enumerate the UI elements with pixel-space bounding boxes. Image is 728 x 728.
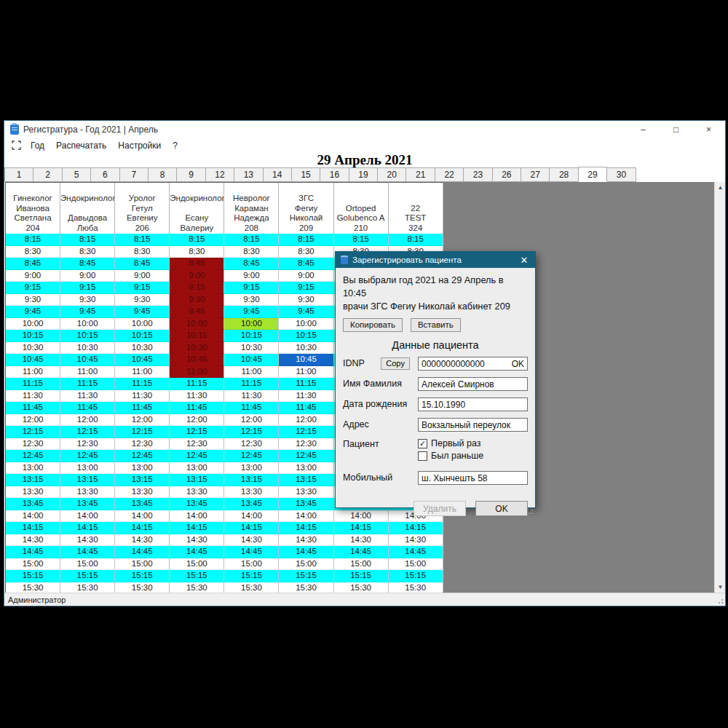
- time-slot-c5-15:30[interactable]: 15:30: [224, 582, 279, 593]
- time-slot-c6-8:30[interactable]: 8:30: [279, 246, 333, 258]
- menu-item-print[interactable]: Распечатать: [50, 139, 112, 152]
- time-slot-c7-14:45[interactable]: 14:45: [334, 546, 389, 558]
- time-slot-c2-10:30[interactable]: 10:30: [60, 342, 115, 355]
- time-slot-c2-13:15[interactable]: 13:15: [60, 474, 115, 486]
- time-slot-c5-10:30[interactable]: 10:30: [224, 342, 279, 355]
- time-slot-c2-13:30[interactable]: 13:30: [60, 486, 115, 499]
- tab-day-26[interactable]: 26: [492, 167, 521, 182]
- time-slot-c4-14:15[interactable]: 14:15: [170, 522, 224, 534]
- time-slot-c2-11:30[interactable]: 11:30: [60, 390, 115, 403]
- time-slot-c1-11:30[interactable]: 11:30: [6, 390, 60, 403]
- time-slot-c1-10:15[interactable]: 10:15: [6, 330, 60, 342]
- time-slot-c2-13:45[interactable]: 13:45: [60, 498, 115, 510]
- time-slot-c8-14:45[interactable]: 14:45: [389, 546, 443, 558]
- tab-day-19[interactable]: 19: [349, 167, 378, 182]
- time-slot-c4-11:30[interactable]: 11:30: [170, 390, 224, 403]
- time-slot-c1-9:45[interactable]: 9:45: [6, 306, 60, 318]
- time-slot-c4-9:15[interactable]: 9:15: [170, 282, 224, 294]
- time-slot-c2-9:45[interactable]: 9:45: [60, 306, 115, 318]
- time-slot-c3-14:45[interactable]: 14:45: [115, 546, 170, 558]
- time-slot-c6-12:45[interactable]: 12:45: [279, 450, 333, 462]
- time-slot-c4-10:00[interactable]: 10:00: [170, 318, 224, 331]
- time-slot-c6-13:15[interactable]: 13:15: [279, 474, 333, 486]
- minimize-button[interactable]: –: [627, 121, 660, 138]
- time-slot-c1-15:00[interactable]: 15:00: [6, 558, 60, 571]
- time-slot-c4-13:45[interactable]: 13:45: [170, 498, 224, 510]
- tab-day-2[interactable]: 2: [33, 167, 62, 182]
- tab-day-16[interactable]: 16: [320, 167, 349, 182]
- time-slot-c1-13:00[interactable]: 13:00: [6, 462, 60, 475]
- time-slot-c6-11:15[interactable]: 11:15: [279, 378, 333, 390]
- time-slot-c5-14:45[interactable]: 14:45: [224, 546, 279, 558]
- time-slot-c4-13:00[interactable]: 13:00: [170, 462, 224, 475]
- time-slot-c5-8:45[interactable]: 8:45: [224, 258, 279, 270]
- time-slot-c5-10:00[interactable]: 10:00: [224, 318, 279, 331]
- time-slot-c3-11:00[interactable]: 11:00: [115, 366, 170, 379]
- address-input[interactable]: Вокзальный переулок: [418, 418, 528, 432]
- time-slot-c4-10:30[interactable]: 10:30: [170, 342, 224, 355]
- time-slot-c5-14:00[interactable]: 14:00: [224, 510, 279, 523]
- time-slot-c1-14:45[interactable]: 14:45: [6, 546, 60, 558]
- time-slot-c4-13:30[interactable]: 13:30: [170, 486, 224, 499]
- name-input[interactable]: Алексей Смирнов: [418, 377, 528, 391]
- time-slot-c5-15:15[interactable]: 15:15: [224, 570, 279, 582]
- maximize-button[interactable]: □: [660, 121, 692, 138]
- time-slot-c5-11:15[interactable]: 11:15: [224, 378, 279, 390]
- time-slot-c3-12:30[interactable]: 12:30: [115, 438, 170, 451]
- time-slot-c8-15:15[interactable]: 15:15: [389, 570, 443, 582]
- time-slot-c1-13:30[interactable]: 13:30: [6, 486, 60, 499]
- time-slot-c3-12:00[interactable]: 12:00: [115, 414, 170, 427]
- time-slot-c3-15:30[interactable]: 15:30: [115, 582, 170, 593]
- time-slot-c6-11:00[interactable]: 11:00: [279, 366, 333, 379]
- time-slot-c2-12:45[interactable]: 12:45: [60, 450, 115, 462]
- menu-item-settings[interactable]: Настройки: [112, 139, 167, 152]
- time-slot-c3-10:45[interactable]: 10:45: [115, 354, 170, 366]
- time-slot-c4-9:45[interactable]: 9:45: [170, 306, 224, 318]
- time-slot-c3-13:00[interactable]: 13:00: [115, 462, 170, 475]
- scroll-down-button[interactable]: ▼: [715, 582, 725, 593]
- time-slot-c1-10:00[interactable]: 10:00: [6, 318, 60, 331]
- fullscreen-icon[interactable]: [7, 141, 25, 150]
- time-slot-c5-11:30[interactable]: 11:30: [224, 390, 279, 403]
- tab-day-12[interactable]: 12: [205, 167, 234, 182]
- tab-day-20[interactable]: 20: [377, 167, 406, 182]
- scroll-up-button[interactable]: ▲: [715, 182, 725, 193]
- tab-day-6[interactable]: 6: [90, 167, 119, 182]
- time-slot-c4-10:15[interactable]: 10:15: [170, 330, 224, 342]
- time-slot-c8-14:30[interactable]: 14:30: [389, 534, 443, 547]
- time-slot-c1-11:15[interactable]: 11:15: [6, 378, 60, 390]
- time-slot-c1-13:15[interactable]: 13:15: [6, 474, 60, 486]
- tab-day-8[interactable]: 8: [148, 167, 177, 182]
- time-slot-c5-13:45[interactable]: 13:45: [224, 498, 279, 510]
- time-slot-c4-13:15[interactable]: 13:15: [170, 474, 224, 486]
- tab-day-22[interactable]: 22: [435, 167, 464, 182]
- time-slot-c6-11:30[interactable]: 11:30: [279, 390, 333, 403]
- time-slot-c2-11:45[interactable]: 11:45: [60, 402, 115, 414]
- time-slot-c3-9:15[interactable]: 9:15: [115, 282, 170, 294]
- time-slot-c6-12:15[interactable]: 12:15: [279, 426, 333, 438]
- time-slot-c1-12:00[interactable]: 12:00: [6, 414, 60, 427]
- time-slot-c3-15:15[interactable]: 15:15: [115, 570, 170, 582]
- time-slot-c6-13:45[interactable]: 13:45: [279, 498, 333, 510]
- time-slot-c5-12:15[interactable]: 12:15: [224, 426, 279, 438]
- time-slot-c3-12:15[interactable]: 12:15: [115, 426, 170, 438]
- mobile-input[interactable]: ш. Хынчешть 58: [418, 471, 528, 485]
- time-slot-c6-15:30[interactable]: 15:30: [279, 582, 333, 593]
- time-slot-c6-10:00[interactable]: 10:00: [279, 318, 333, 331]
- time-slot-c2-9:15[interactable]: 9:15: [60, 282, 115, 294]
- time-slot-c3-10:15[interactable]: 10:15: [115, 330, 170, 342]
- time-slot-c2-11:00[interactable]: 11:00: [60, 366, 115, 379]
- time-slot-c3-13:30[interactable]: 13:30: [115, 486, 170, 499]
- time-slot-c2-9:00[interactable]: 9:00: [60, 270, 115, 282]
- time-slot-c5-9:30[interactable]: 9:30: [224, 294, 279, 306]
- close-button[interactable]: ×: [692, 121, 725, 138]
- time-slot-c4-12:30[interactable]: 12:30: [170, 438, 224, 451]
- time-slot-c2-12:15[interactable]: 12:15: [60, 426, 115, 438]
- time-slot-c6-14:30[interactable]: 14:30: [279, 534, 333, 547]
- time-slot-c6-11:45[interactable]: 11:45: [279, 402, 333, 414]
- time-slot-c6-8:45[interactable]: 8:45: [279, 258, 333, 270]
- time-slot-c5-14:30[interactable]: 14:30: [224, 534, 279, 547]
- time-slot-c3-14:15[interactable]: 14:15: [115, 522, 170, 534]
- menu-item-help[interactable]: ?: [167, 139, 183, 152]
- time-slot-c6-13:00[interactable]: 13:00: [279, 462, 333, 475]
